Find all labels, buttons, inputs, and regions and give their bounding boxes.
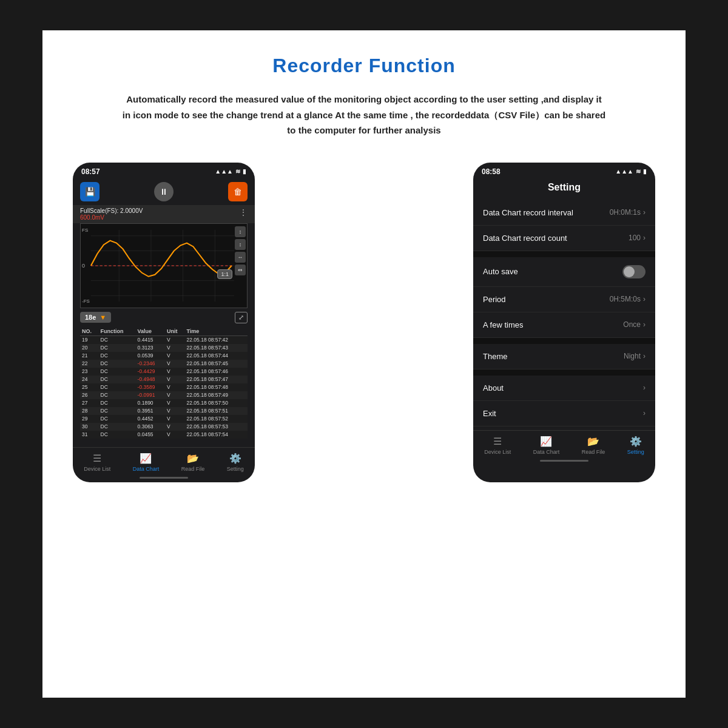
table-cell: DC <box>99 415 136 423</box>
chevron-right-icon: › <box>643 352 645 360</box>
table-row: 19DC0.4415V22.05.18 08:57:42 <box>80 335 248 344</box>
table-row: 31DC0.0455V22.05.18 08:57:54 <box>80 431 248 439</box>
expand-button[interactable]: ⤢ <box>235 312 248 323</box>
page-title: Recorder Function <box>73 55 655 77</box>
nav-read-file[interactable]: 📂 Read File <box>181 453 205 472</box>
chart-svg <box>81 224 247 308</box>
table-row: 21DC0.0539V22.05.18 08:57:44 <box>80 352 248 360</box>
setting-row[interactable]: Data Chart record count100› <box>473 226 655 251</box>
auto-save-toggle[interactable] <box>622 265 645 278</box>
table-cell: V <box>165 360 185 368</box>
save-button[interactable]: 💾 <box>80 182 99 201</box>
right-bottom-nav: ☰ Device List 📈 Data Chart 📂 Read File ⚙… <box>473 430 655 457</box>
setting-value-text: Once <box>623 320 641 329</box>
device-list-icon: ☰ <box>93 453 101 464</box>
chart-nfs-label: -FS <box>82 298 90 304</box>
r-read-file-icon: 📂 <box>587 436 599 447</box>
r-wifi-icon: ≋ <box>636 168 641 175</box>
table-row: 25DC-0.3589V22.05.18 08:57:48 <box>80 383 248 391</box>
setting-row[interactable]: Exit› <box>473 401 655 426</box>
r-nav-device-list[interactable]: ☰ Device List <box>484 436 511 455</box>
setting-row[interactable]: A few timesOnce› <box>473 312 655 338</box>
col-function: Function <box>99 327 136 336</box>
table-cell: 22.05.18 08:57:53 <box>185 423 248 431</box>
fullscale-label: FullScale(FS): 2.0000V <box>80 207 143 214</box>
r-nav-setting[interactable]: ⚙️ Setting <box>627 436 644 455</box>
nav-data-chart[interactable]: 📈 Data Chart <box>133 453 160 472</box>
zoom-in-vertical[interactable]: ↕ <box>235 226 246 237</box>
zoom-in-horizontal[interactable]: ↔ <box>235 252 246 263</box>
r-setting-icon: ⚙️ <box>630 436 642 447</box>
r-home-bar <box>540 460 588 462</box>
setting-value-text: 0H:0M:1s <box>610 208 641 217</box>
table-cell: 22 <box>80 360 99 368</box>
setting-row[interactable]: Period0H:5M:0s› <box>473 287 655 312</box>
r-nav-read-file-label: Read File <box>582 449 605 455</box>
r-battery-icon: ▮ <box>643 168 647 175</box>
setting-label: Period <box>483 295 506 304</box>
table-cell: 0.0455 <box>136 431 165 439</box>
nav-device-list[interactable]: ☰ Device List <box>84 453 110 472</box>
chevron-right-icon: › <box>643 320 645 329</box>
nav-data-chart-label: Data Chart <box>133 466 160 472</box>
setting-value-text: 100 <box>629 234 641 242</box>
table-body: 19DC0.4415V22.05.18 08:57:4220DC0.3123V2… <box>80 335 248 439</box>
table-cell: 22.05.18 08:57:43 <box>185 344 248 352</box>
table-cell: 22.05.18 08:57:50 <box>185 399 248 407</box>
nav-setting[interactable]: ⚙️ Setting <box>227 453 244 472</box>
section-gap <box>473 369 655 376</box>
setting-row[interactable]: Data Chart record interval0H:0M:1s› <box>473 200 655 226</box>
table-cell: 22.05.18 08:57:47 <box>185 376 248 383</box>
setting-row: Auto save <box>473 257 655 287</box>
left-phone: 08:57 ▲▲▲ ≋ ▮ 💾 ⏸ 🗑 <box>73 163 255 482</box>
delete-button[interactable]: 🗑 <box>228 182 248 201</box>
table-cell: 22.05.18 08:57:45 <box>185 360 248 368</box>
data-chart-icon: 📈 <box>140 453 152 464</box>
table-cell: DC <box>99 407 136 415</box>
delete-icon: 🗑 <box>234 187 242 197</box>
more-icon[interactable]: ⋮ <box>239 207 248 217</box>
table-cell: 22.05.18 08:57:51 <box>185 407 248 415</box>
table-cell: V <box>165 376 185 383</box>
nav-read-file-label: Read File <box>181 466 205 472</box>
zoom-in-vertical2[interactable]: ↕ <box>235 239 246 250</box>
zoom-out-horizontal[interactable]: ⇔ <box>235 265 246 275</box>
col-no: NO. <box>80 327 99 336</box>
table-cell: DC <box>99 344 136 352</box>
left-status-bar: 08:57 ▲▲▲ ≋ ▮ <box>73 163 255 178</box>
table-cell: V <box>165 391 185 399</box>
table-row: 29DC0.4452V22.05.18 08:57:52 <box>80 415 248 423</box>
setting-row[interactable]: ThemeNight› <box>473 344 655 369</box>
r-nav-data-chart-label: Data Chart <box>533 449 560 455</box>
left-status-icons: ▲▲▲ ≋ ▮ <box>215 168 246 175</box>
table-cell: V <box>165 431 185 439</box>
setting-label: Auto save <box>483 267 518 276</box>
r-signal-icon: ▲▲▲ <box>615 168 633 175</box>
nav-setting-label: Setting <box>227 466 244 472</box>
setting-label: Theme <box>483 352 507 361</box>
right-phone: 08:58 ▲▲▲ ≋ ▮ Setting Data Chart record … <box>473 163 655 482</box>
chevron-right-icon: › <box>643 208 645 217</box>
read-file-icon: 📂 <box>187 453 199 464</box>
r-nav-data-chart[interactable]: 📈 Data Chart <box>533 436 560 455</box>
setting-row[interactable]: About› <box>473 376 655 401</box>
save-icon: 💾 <box>85 187 95 197</box>
toolbar: 💾 ⏸ 🗑 <box>73 178 255 205</box>
ratio-button[interactable]: 1:1 <box>217 269 232 279</box>
r-nav-read-file[interactable]: 📂 Read File <box>582 436 605 455</box>
table-cell: DC <box>99 335 136 344</box>
table-row: 24DC-0.4948V22.05.18 08:57:47 <box>80 376 248 383</box>
setting-value: 0H:0M:1s› <box>610 208 645 217</box>
left-time: 08:57 <box>81 167 100 176</box>
table-cell: DC <box>99 368 136 376</box>
chart-controls: ↕ ↕ ↔ ⇔ <box>235 226 246 275</box>
nav-device-list-label: Device List <box>84 466 110 472</box>
chevron-right-icon: › <box>643 383 645 392</box>
fullscale-value: 600.0mV <box>80 214 143 221</box>
table-row: 27DC0.1890V22.05.18 08:57:50 <box>80 399 248 407</box>
r-device-list-icon: ☰ <box>493 436 502 447</box>
pause-button[interactable]: ⏸ <box>154 182 174 201</box>
r-nav-device-list-label: Device List <box>484 449 511 455</box>
settings-list: Data Chart record interval0H:0M:1s›Data … <box>473 200 655 426</box>
chart-bottom-row: 18e ▼ ⤢ <box>73 308 255 325</box>
